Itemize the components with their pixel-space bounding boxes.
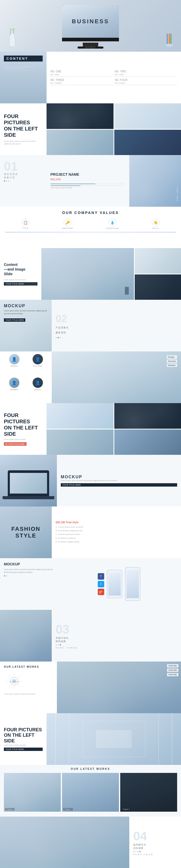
slide-part-4: 04 战判模式与 总结成果 PART FOUR [0,816,181,868]
svg-line-16 [18,685,20,687]
side-image-bottom [135,274,181,300]
mobile-text: Lorem ipsum dolor sit amet consectetur a… [4,568,53,574]
slide-mockup-1: MOCKUP Lorem ipsum dolor sit amet consec… [0,300,181,351]
fp3-tag: YOUR TITLE HERE [4,748,43,751]
svg-point-0 [9,47,15,49]
values-row: 📋 TITLE 🔑 AWESOME 💧 SOMETHING 👋 HELLO [5,219,176,229]
team-member-2: 👤 SUCCESS [26,354,49,377]
feature-badge-1: FEATURE [167,664,178,668]
team-left-grid: 👤 DESIGN 👤 SUCCESS 👤 MEMBER 👤 GRACE [0,351,52,403]
slide-latest-works-1: OUR LATEST WORKS SO FAR YOU Lorem ipsum … [0,661,181,713]
team-member-3: 👤 MEMBER [3,377,26,401]
team-labels: Design Success Member [167,355,177,367]
feature-badge-3: FEATURE [167,673,178,676]
value-item-title: 📋 TITLE [22,219,29,229]
grid-image-1 [47,103,114,129]
social-icons: f t g+ [98,573,104,595]
tunnel-graphic [47,713,181,765]
feature-badge-2: FEATURE [167,669,178,672]
content-image-tag: YOUR TITLE HERE [4,282,37,285]
toc-items: NO. ONE NO. ONE NO. TWO NO. TWO NO. THRE… [47,52,181,103]
phone-screen-2 [126,570,139,598]
slide-main-title: BUSINESS [72,18,109,25]
slide-mockup-mobile: MOCKUP Lorem ipsum dolor sit amet consec… [0,558,181,610]
latest-works-grid-title: OUR LATEST WORKS [0,765,181,772]
toc-item-2: NO. TWO NO. TWO [115,70,177,76]
svg-point-8 [165,46,173,49]
fp2-image-3 [47,430,114,455]
four-right-grid [47,103,181,155]
value-icon-3: 💧 [109,219,116,226]
avatar-4: 👤 [33,377,43,388]
phone-mockup-2 [125,567,141,601]
project-right-image: PART ONE [129,155,181,207]
part3-right-content: 03 市场计划与 研究成果 PART THREE [52,610,181,661]
phone-mockup [107,570,122,598]
fp3-right-image [47,713,181,765]
monitor-decoration: BUSINESS [57,5,124,46]
slide-latest-works-grid: OUR LATEST WORKS Project 1 Project 2 Pro… [0,765,181,816]
laptop-base [3,496,54,499]
svg-rect-4 [168,34,169,44]
fp2-image-1 [47,403,114,429]
grid-image-2 [114,103,181,129]
main-image [41,248,134,300]
slide-content-image: Content—and ImageSlide Lorem ipsum dolor… [0,248,181,300]
values-title: OUR COMPANY VALUES [5,211,176,215]
part3-number: 03 [56,622,177,637]
slide-part-3: 03 市场计划与 研究成果 PART THREE [0,610,181,661]
mockup-right-panel: 02 产品管展与 服务说明 [52,300,181,351]
value-item-hello: 👋 HELLO [152,219,159,229]
grid-image-3 [47,130,114,155]
fp2-title: FOUR PICTURESON THE LEFT SIDE [4,412,43,437]
laptop-mockup [8,470,49,496]
slide-fashion-style: FASHIONSTYLE $38,198 Total Style A. Lore… [0,506,181,558]
phone-screen [108,572,121,596]
value-item-awesome: 🔑 AWESOME [62,219,73,229]
lw-item-1: Project 1 [4,773,61,812]
slide-four-pictures-1: FOUR PICTURESON THE LEFT SIDE Lorem ipsu… [0,103,181,155]
twitter-icon: t [98,581,104,587]
four-left-text: FOUR PICTURESON THE LEFT SIDE Lorem ipsu… [0,103,47,155]
svg-point-2 [12,28,14,30]
svg-line-17 [18,676,20,677]
toc-title: CONTENT [4,56,43,62]
laptop-screen [10,473,47,494]
googleplus-icon: g+ [98,589,104,595]
play-icon: ▶ [6,443,7,445]
svg-rect-3 [167,34,168,45]
grid-image-4 [114,130,181,155]
content-image-title: Content—and ImageSlide [4,262,37,277]
fashion-text: FASHIONSTYLE [11,526,40,539]
part4-number: 04 [133,829,177,843]
svg-point-7 [165,44,173,47]
four-left-title: FOUR PICTURESON THE LEFT SIDE [4,113,43,138]
site-watermark: 紫鸟图库 [85,46,96,49]
lw-item-2: Project 2 [62,773,119,812]
project-number-panel: 01 项目背景及 形象介绍 [0,155,47,207]
value-item-something: 💧 SOMETHING [106,219,119,229]
avatar-2: 👤 [33,354,43,364]
svg-text:SO FAR YOU: SO FAR YOU [9,681,19,682]
vase-right-decoration [163,34,173,49]
part4-label: PART FOUR [133,853,177,856]
mockup-text: Lorem ipsum dolor sit amet consectetur a… [4,310,48,315]
part4-right-content: 04 战判模式与 总结成果 PART FOUR [129,816,181,868]
toc-item-3: NO. THREE NO. THREE [51,79,113,85]
toc-item-1: NO. ONE NO. ONE [51,70,113,76]
mobile-left-panel: MOCKUP Lorem ipsum dolor sit amet consec… [0,558,57,610]
slide-four-pictures-2: FOUR PICTURESON THE LEFT SIDE Lorem ipsu… [0,403,181,455]
svg-line-15 [8,676,10,677]
fashion-left-panel: FASHIONSTYLE [0,506,52,558]
value-icon-2: 🔑 [64,219,71,226]
fp3-left-text: FOUR PICTURESON THE LEFT SIDE Lorem ipsu… [0,713,47,765]
side-image-top [135,248,181,274]
laptop-panel [0,455,57,506]
fp2-left-text: FOUR PICTURESON THE LEFT SIDE Lorem ipsu… [0,403,47,455]
slide-cover: BUSINESS 紫鸟图库 [0,0,181,52]
vase-left-decoration [8,28,17,49]
avatar-1: 👤 [9,354,20,364]
laptop-content: MOCKUP Lorem ipsum dolor sit amet consec… [57,455,181,506]
fp2-image-2 [114,403,181,429]
part-label: PART ONE [176,187,178,202]
